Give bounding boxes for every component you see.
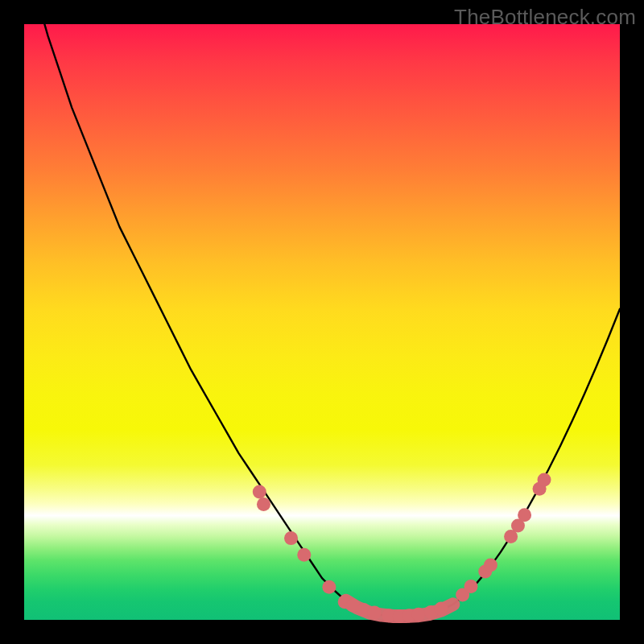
marker-dot bbox=[518, 508, 531, 522]
marker-dot bbox=[368, 606, 382, 620]
marker-dot bbox=[411, 608, 425, 621]
marker-dot bbox=[435, 601, 448, 615]
chart-stage: TheBottleneck.com bbox=[0, 0, 644, 644]
marker-dot bbox=[538, 473, 551, 487]
markers-group bbox=[253, 473, 551, 623]
marker-dot bbox=[322, 580, 336, 594]
plot-overlay bbox=[24, 24, 620, 620]
marker-dot bbox=[284, 531, 298, 545]
marker-dot bbox=[464, 580, 478, 593]
marker-dot bbox=[484, 558, 497, 572]
marker-dot bbox=[253, 485, 266, 498]
bottleneck-curve bbox=[24, 0, 620, 617]
marker-dot bbox=[297, 548, 311, 562]
marker-dot bbox=[257, 497, 270, 511]
